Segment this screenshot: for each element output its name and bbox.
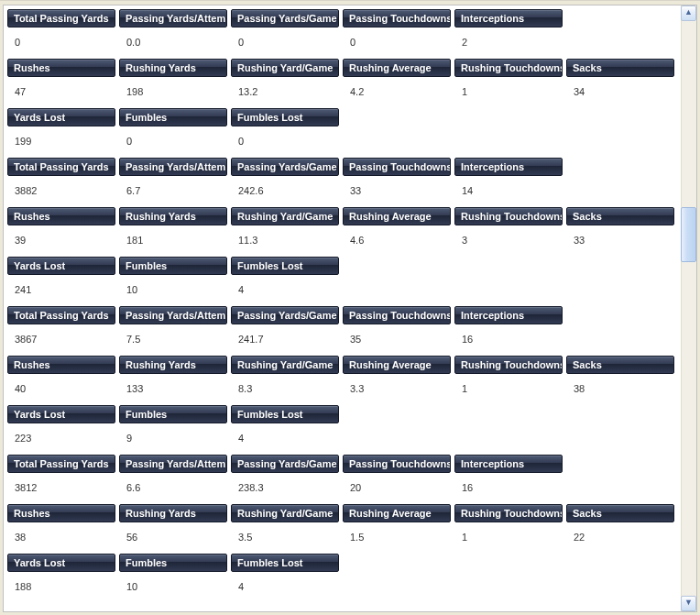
header-row-misc: Yards LostFumblesFumbles Lost	[7, 554, 681, 572]
header-row-misc: Yards LostFumblesFumbles Lost	[7, 405, 681, 423]
stat-value: 3882	[7, 176, 115, 207]
column-header[interactable]: Rushing Touchdowns	[454, 59, 563, 77]
column-header[interactable]: Rushing Average	[343, 59, 451, 77]
stat-value: 2	[454, 27, 563, 59]
stat-value: 0	[231, 27, 339, 59]
scroll-down-button[interactable]: ▼	[681, 596, 696, 611]
column-header[interactable]: Yards Lost	[7, 405, 115, 423]
stat-value: 47	[7, 77, 115, 108]
stat-value: 16	[454, 324, 563, 356]
column-header[interactable]: Passing Yards/Game	[231, 455, 339, 473]
column-header[interactable]: Fumbles	[119, 405, 227, 423]
stat-value: 4.2	[343, 77, 451, 108]
scroll-thumb[interactable]	[681, 207, 696, 262]
stat-value: 20	[343, 473, 451, 504]
column-header[interactable]: Rushing Yard/Game	[231, 59, 339, 77]
column-header[interactable]: Rushes	[7, 59, 115, 77]
column-header[interactable]: Rushing Average	[343, 356, 451, 374]
column-header[interactable]: Sacks	[566, 356, 674, 374]
column-header[interactable]: Rushing Average	[343, 504, 451, 522]
stat-value: 35	[343, 324, 451, 356]
column-header[interactable]: Passing Yards/Attemp	[119, 9, 227, 27]
column-header[interactable]: Sacks	[566, 504, 674, 522]
column-header[interactable]: Rushing Yards	[119, 207, 227, 225]
stat-value: 198	[119, 77, 227, 108]
column-header[interactable]: Rushing Yards	[119, 504, 227, 522]
value-row-rushing: 3918111.34.6333	[7, 225, 681, 257]
column-header[interactable]: Fumbles Lost	[231, 405, 339, 423]
stat-value: 242.6	[231, 176, 339, 207]
column-header[interactable]: Fumbles Lost	[231, 108, 339, 126]
column-header[interactable]: Passing Yards/Attemp	[119, 455, 227, 473]
stat-value: 1	[454, 522, 563, 554]
column-header[interactable]: Fumbles	[119, 554, 227, 572]
stat-value: 4	[231, 275, 339, 306]
stat-value: 40	[7, 374, 115, 405]
column-header[interactable]: Total Passing Yards	[7, 306, 115, 324]
column-header[interactable]: Interceptions	[454, 455, 563, 473]
stat-value: 33	[566, 225, 674, 257]
vertical-scrollbar[interactable]: ▲ ▼	[681, 5, 696, 611]
stat-value: 241.7	[231, 324, 339, 356]
column-header[interactable]: Rushing Yard/Game	[231, 356, 339, 374]
column-header[interactable]: Yards Lost	[7, 554, 115, 572]
column-header[interactable]: Fumbles Lost	[231, 257, 339, 275]
column-header[interactable]: Yards Lost	[7, 108, 115, 126]
column-header[interactable]: Rushing Yards	[119, 59, 227, 77]
stat-value: 241	[7, 275, 115, 306]
column-header[interactable]: Fumbles	[119, 108, 227, 126]
value-row-misc: 188104	[7, 572, 681, 603]
stat-value: 33	[343, 176, 451, 207]
column-header[interactable]: Rushing Yard/Game	[231, 207, 339, 225]
stat-value: 3	[454, 225, 563, 257]
column-header[interactable]: Interceptions	[454, 158, 563, 176]
column-header[interactable]: Rushing Yards	[119, 356, 227, 374]
column-header[interactable]: Sacks	[566, 207, 674, 225]
column-header[interactable]: Interceptions	[454, 306, 563, 324]
column-header[interactable]: Rushing Average	[343, 207, 451, 225]
column-header[interactable]: Rushing Touchdowns	[454, 207, 563, 225]
column-header[interactable]: Fumbles	[119, 257, 227, 275]
column-header[interactable]: Rushing Touchdowns	[454, 504, 563, 522]
stat-value: 22	[566, 522, 674, 554]
value-row-rushing: 401338.33.3138	[7, 374, 681, 405]
column-header[interactable]: Passing Yards/Game	[231, 158, 339, 176]
stat-value: 10	[119, 572, 227, 603]
column-header[interactable]: Fumbles Lost	[231, 554, 339, 572]
column-header[interactable]: Rushing Yard/Game	[231, 504, 339, 522]
column-header[interactable]: Total Passing Yards	[7, 158, 115, 176]
column-header[interactable]: Total Passing Yards	[7, 9, 115, 27]
header-row-passing: Total Passing YardsPassing Yards/AttempP…	[7, 9, 681, 27]
column-header[interactable]: Passing Yards/Attemp	[119, 306, 227, 324]
column-header[interactable]: Sacks	[566, 59, 674, 77]
stat-value: 181	[119, 225, 227, 257]
column-header[interactable]: Passing Touchdowns	[343, 455, 451, 473]
stat-value: 0	[7, 27, 115, 59]
stat-value: 223	[7, 423, 115, 455]
stat-value: 3812	[7, 473, 115, 504]
column-header[interactable]: Total Passing Yards	[7, 455, 115, 473]
column-header[interactable]: Passing Touchdowns	[343, 306, 451, 324]
column-header[interactable]: Rushes	[7, 504, 115, 522]
stat-value: 188	[7, 572, 115, 603]
value-row-passing: 00.0002	[7, 27, 681, 59]
scroll-up-button[interactable]: ▲	[681, 5, 696, 21]
column-header[interactable]: Passing Yards/Game	[231, 306, 339, 324]
value-row-misc: 19900	[7, 126, 681, 158]
column-header[interactable]: Interceptions	[454, 9, 563, 27]
stat-value: 0	[119, 126, 227, 158]
column-header[interactable]: Passing Touchdowns	[343, 158, 451, 176]
header-row-misc: Yards LostFumblesFumbles Lost	[7, 257, 681, 275]
column-header[interactable]: Passing Yards/Attemp	[119, 158, 227, 176]
stat-value: 1	[454, 374, 563, 405]
header-row-passing: Total Passing YardsPassing Yards/AttempP…	[7, 158, 681, 176]
column-header[interactable]: Rushes	[7, 207, 115, 225]
column-header[interactable]: Rushing Touchdowns	[454, 356, 563, 374]
column-header[interactable]: Rushes	[7, 356, 115, 374]
stat-value: 39	[7, 225, 115, 257]
stat-value: 0.0	[119, 27, 227, 59]
stat-value: 3.3	[343, 374, 451, 405]
column-header[interactable]: Yards Lost	[7, 257, 115, 275]
column-header[interactable]: Passing Yards/Game	[231, 9, 339, 27]
column-header[interactable]: Passing Touchdowns	[343, 9, 451, 27]
